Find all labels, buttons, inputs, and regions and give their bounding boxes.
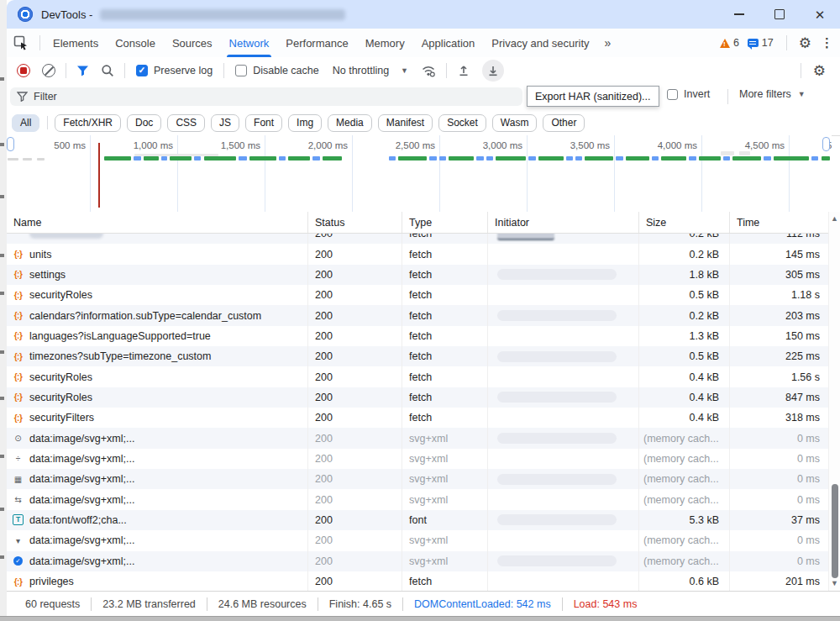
overview-bar-segment <box>661 156 686 161</box>
chip-img[interactable]: Img <box>288 114 322 132</box>
messages-count[interactable]: 17 <box>762 37 774 49</box>
table-row[interactable]: {:}securityRoles200fetch0.5 kB1.18 s <box>7 285 830 305</box>
overview-bar-segment <box>170 156 192 161</box>
chip-js[interactable]: JS <box>211 114 239 132</box>
table-row[interactable]: {:}securityRoles200fetch0.4 kB1.56 s <box>7 366 830 387</box>
divider <box>727 89 728 104</box>
errors-count[interactable]: 6 <box>733 37 739 49</box>
cell-size: 0.4 kB <box>638 408 729 428</box>
chip-font[interactable]: Font <box>245 114 282 132</box>
table-row[interactable]: {:}privileges200fetch0.6 kB201 ms <box>7 571 830 591</box>
tab-memory[interactable]: Memory <box>357 29 413 57</box>
table-scrollbar[interactable]: ▲ ▼ <box>828 212 840 591</box>
export-har-button[interactable] <box>482 60 504 82</box>
record-network-log-button[interactable] <box>17 64 30 77</box>
overview-bar-segment <box>496 156 526 161</box>
table-row[interactable]: ⊙data:image/svg+xml;...200svg+xml(memory… <box>7 428 830 448</box>
tab-elements[interactable]: Elements <box>45 29 107 57</box>
table-row[interactable]: {:}units200fetch0.2 kB145 ms <box>7 244 830 264</box>
background-window-edge <box>0 0 7 621</box>
scrollbar-thumb[interactable] <box>832 484 838 578</box>
table-row[interactable]: {:}languages?isLanguageSupported=true200… <box>7 326 830 346</box>
status-dcl-time: DOMContentLoaded: 542 ms <box>414 598 551 610</box>
tab-performance[interactable]: Performance <box>277 29 356 57</box>
cell-time: 150 ms <box>729 326 830 346</box>
cell-type: svg+xml <box>402 530 487 550</box>
table-row[interactable]: {:}calendars?information.subType=calenda… <box>7 305 830 325</box>
overview-right-handle[interactable] <box>822 137 830 151</box>
column-header-type[interactable]: Type <box>402 212 487 233</box>
cell-name: Tdata:font/woff2;cha... <box>7 510 307 530</box>
chip-socket[interactable]: Socket <box>438 114 486 132</box>
table-row[interactable]: {:}securityRoles200fetch0.4 kB847 ms <box>7 387 830 408</box>
more-filters-button[interactable]: More filters ▼ <box>739 88 806 100</box>
overview-bar-segment <box>764 156 771 161</box>
disable-cache-checkbox[interactable]: Disable cache <box>235 65 319 76</box>
tab-console[interactable]: Console <box>107 29 164 57</box>
table-row[interactable]: {:}securityFilters200fetch0.4 kB318 ms <box>7 408 830 428</box>
cell-initiator <box>487 265 638 285</box>
table-row[interactable]: ✓data:image/svg+xml;...200svg+xml(memory… <box>7 551 830 571</box>
more-options-icon[interactable]: ⋮ <box>819 35 840 50</box>
filter-input[interactable]: Filter <box>10 87 522 106</box>
cell-size: 5.3 kB <box>638 510 729 530</box>
more-tabs-chevron[interactable]: » <box>598 36 618 50</box>
minimize-button[interactable] <box>719 0 759 29</box>
chip-wasm[interactable]: Wasm <box>492 114 538 132</box>
table-row[interactable]: ⇆data:image/svg+xml;...200svg+xml(memory… <box>7 489 830 509</box>
chip-css[interactable]: CSS <box>167 114 205 132</box>
requests-table-header: NameStatusTypeInitiatorSizeTime <box>7 212 830 234</box>
cell-time: 203 ms <box>729 305 830 325</box>
search-button[interactable] <box>101 64 114 77</box>
invert-checkbox[interactable]: Invert <box>667 88 710 100</box>
cell-size: 0.2 kB <box>638 305 729 325</box>
throttling-select[interactable]: No throttling ▼ <box>333 65 408 76</box>
table-row[interactable]: ÷data:image/svg+xml;...200svg+xml(memory… <box>7 449 830 469</box>
column-header-status[interactable]: Status <box>307 212 402 233</box>
column-header-size[interactable]: Size <box>638 212 729 233</box>
table-row[interactable]: {:}timezones?subType=timezone_custom200f… <box>7 346 830 366</box>
network-overview-timeline[interactable]: 500 ms1,000 ms1,500 ms2,000 ms2,500 ms3,… <box>7 135 832 213</box>
close-button[interactable]: ✕ <box>800 0 840 29</box>
chip-all[interactable]: All <box>12 114 39 132</box>
tab-network[interactable]: Network <box>221 29 278 57</box>
chip-other[interactable]: Other <box>543 114 585 132</box>
column-header-initiator[interactable]: Initiator <box>487 212 638 233</box>
cell-initiator <box>487 387 638 408</box>
network-conditions-button[interactable] <box>421 64 436 77</box>
maximize-button[interactable] <box>759 0 800 29</box>
scroll-down-icon[interactable]: ▼ <box>829 578 840 589</box>
clear-network-log-button[interactable] <box>42 64 55 77</box>
column-header-name[interactable]: Name <box>7 212 307 233</box>
messages-bubble-icon[interactable] <box>748 39 759 47</box>
redacted-initiator-link[interactable] <box>497 234 554 240</box>
table-row-partial[interactable]: 200fetch0.2 kB112 ms <box>7 234 830 244</box>
overview-bar-segment <box>104 156 131 161</box>
column-header-time[interactable]: Time <box>729 212 830 233</box>
chip-media[interactable]: Media <box>328 114 372 132</box>
scroll-up-icon[interactable]: ▲ <box>829 213 840 224</box>
fetch-icon: {:} <box>12 250 24 259</box>
img-divide-glyph: ÷ <box>16 454 21 463</box>
table-row[interactable]: {:}settings200fetch1.8 kB305 ms <box>7 265 830 285</box>
tab-sources[interactable]: Sources <box>164 29 221 57</box>
network-settings-gear-icon[interactable]: ⚙ <box>806 62 833 80</box>
table-row[interactable]: ▾data:image/svg+xml;...200svg+xml(memory… <box>7 530 830 550</box>
tab-privacy-and-security[interactable]: Privacy and security <box>483 29 597 57</box>
table-row[interactable]: Tdata:font/woff2;cha...200font5.3 kB37 m… <box>7 510 830 530</box>
errors-warning-icon[interactable] <box>720 39 730 48</box>
chip-fetch-xhr[interactable]: Fetch/XHR <box>55 114 121 132</box>
inspect-element-button[interactable] <box>7 29 35 57</box>
tab-application[interactable]: Application <box>413 29 484 57</box>
chip-manifest[interactable]: Manifest <box>378 114 433 132</box>
redacted-url <box>100 9 345 20</box>
overview-left-handle[interactable] <box>7 137 14 151</box>
filter-toggle-button[interactable] <box>76 65 89 76</box>
filter-placeholder: Filter <box>34 91 57 103</box>
background-window-fragment <box>0 77 4 81</box>
table-row[interactable]: ▦data:image/svg+xml;...200svg+xml(memory… <box>7 469 830 489</box>
chip-doc[interactable]: Doc <box>127 114 161 132</box>
preserve-log-checkbox[interactable]: Preserve log <box>136 65 213 76</box>
import-har-button[interactable] <box>457 64 470 77</box>
settings-gear-icon[interactable]: ⚙ <box>791 34 819 52</box>
